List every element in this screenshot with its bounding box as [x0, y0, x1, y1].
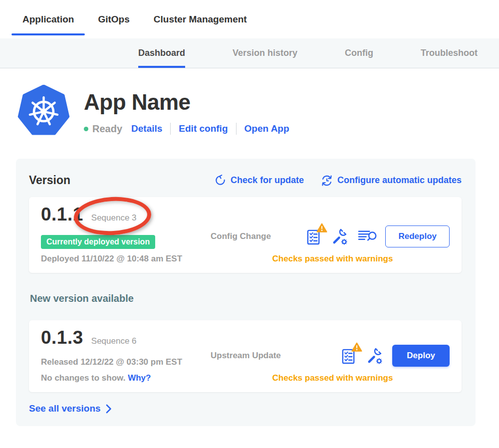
deployed-version-number: 0.1.1: [41, 204, 83, 225]
app-header: App Name Ready Details Edit config Open …: [17, 85, 499, 137]
configure-automatic-updates-label: Configure automatic updates: [337, 175, 462, 186]
deployed-checks-status: Checks passed with warnings: [211, 254, 450, 264]
why-link[interactable]: Why?: [128, 373, 151, 383]
check-for-update-label: Check for update: [231, 175, 304, 186]
primary-nav: Application GitOps Cluster Management: [0, 0, 499, 38]
tab-troubleshoot[interactable]: Troubleshoot: [421, 38, 478, 68]
deployed-version-row: 0.1.1 Sequence 3 Currently deployed vers…: [29, 197, 462, 273]
redeploy-button[interactable]: Redeploy: [385, 225, 450, 247]
available-checks-status: Checks passed with warnings: [211, 373, 450, 383]
tab-dashboard[interactable]: Dashboard: [138, 38, 185, 68]
open-app-link[interactable]: Open App: [245, 123, 289, 134]
refresh-icon: [215, 175, 226, 186]
details-link[interactable]: Details: [131, 123, 162, 134]
preflight-checks-icon[interactable]: [306, 227, 322, 246]
deployed-timestamp: Deployed 11/10/22 @ 10:48 am EST: [41, 254, 211, 264]
view-files-icon[interactable]: [358, 229, 377, 244]
config-wrench-icon[interactable]: [331, 227, 349, 246]
config-wrench-icon[interactable]: [366, 347, 384, 365]
tab-config[interactable]: Config: [345, 38, 373, 68]
tab-cluster-management[interactable]: Cluster Management: [143, 0, 258, 38]
kubernetes-logo: [17, 85, 70, 137]
released-timestamp: Released 12/12/22 @ 03:30 pm EST: [41, 357, 211, 367]
configure-automatic-updates-link[interactable]: Configure automatic updates: [321, 175, 462, 187]
page-title: App Name: [84, 90, 289, 115]
new-version-heading: New version available: [30, 293, 462, 304]
change-type-label: Upstream Update: [211, 351, 281, 361]
available-sequence-label: Sequence 6: [91, 336, 137, 346]
preflight-checks-icon[interactable]: [341, 347, 357, 365]
warning-triangle-icon: [316, 223, 327, 233]
version-card-title: Version: [29, 174, 70, 187]
deployed-sequence-label: Sequence 3: [91, 213, 137, 223]
chevron-right-icon: [106, 404, 112, 414]
edit-config-link[interactable]: Edit config: [179, 123, 228, 134]
auto-update-icon: [321, 175, 333, 187]
change-type-label: Config Change: [211, 231, 271, 241]
ready-status-dot: [84, 127, 88, 131]
tab-gitops[interactable]: GitOps: [87, 0, 140, 38]
divider: [170, 123, 171, 135]
status-label: Ready: [92, 123, 122, 135]
available-version-number: 0.1.3: [41, 327, 83, 348]
divider: [236, 123, 237, 135]
tab-application[interactable]: Application: [11, 0, 85, 38]
deploy-button[interactable]: Deploy: [392, 345, 450, 367]
check-for-update-link[interactable]: Check for update: [215, 175, 304, 186]
available-version-row: 0.1.3 Sequence 6 Released 12/12/22 @ 03:…: [29, 320, 462, 392]
tab-version-history[interactable]: Version history: [233, 38, 297, 68]
see-all-versions-link[interactable]: See all versions: [29, 403, 112, 414]
no-changes-label: No changes to show.: [41, 373, 125, 383]
app-sub-nav: Dashboard Version history Config Trouble…: [0, 38, 499, 68]
see-all-versions-label: See all versions: [29, 403, 101, 414]
version-card: Version Check for update Configure autom…: [16, 159, 476, 426]
currently-deployed-badge: Currently deployed version: [41, 235, 155, 249]
warning-triangle-icon: [351, 342, 362, 352]
